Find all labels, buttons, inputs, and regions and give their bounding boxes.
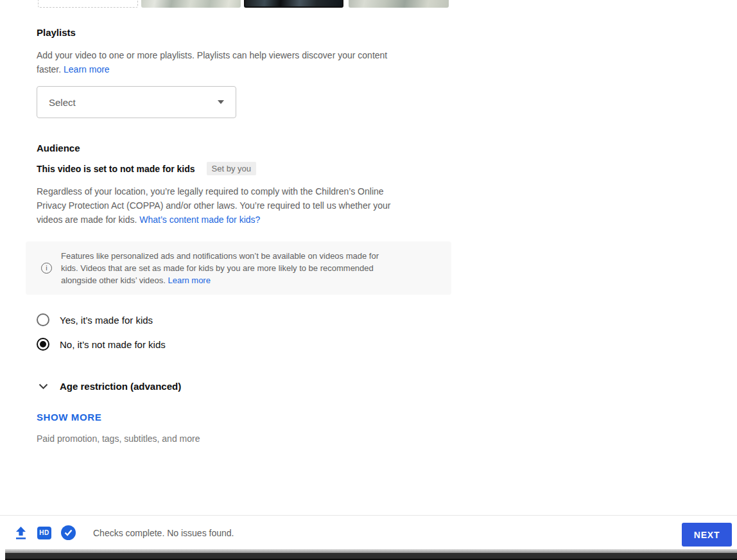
hd-quality-icon: HD bbox=[37, 527, 51, 539]
radio-selected-icon[interactable] bbox=[37, 338, 49, 351]
auto-thumbnail-3[interactable] bbox=[349, 0, 449, 8]
playlists-select-dropdown[interactable]: Select bbox=[37, 86, 236, 118]
audience-description-text: Regardless of your location, you’re lega… bbox=[37, 186, 390, 211]
audience-status-text: This video is set to not made for kids bbox=[37, 164, 195, 174]
audience-description: Regardless of your location, you’re lega… bbox=[37, 184, 465, 227]
info-icon: i bbox=[41, 263, 52, 274]
caret-down-icon bbox=[218, 100, 224, 104]
content-made-for-kids-link[interactable]: What’s content made for kids? bbox=[139, 214, 260, 225]
radio-label-yes: Yes, it’s made for kids bbox=[60, 315, 153, 326]
kids-info-learn-more-link[interactable]: Learn more bbox=[168, 276, 210, 285]
age-restriction-expander[interactable]: Age restriction (advanced) bbox=[39, 381, 181, 392]
kids-info-text: Features like personalized ads and notif… bbox=[61, 250, 379, 286]
radio-unselected-icon[interactable] bbox=[37, 313, 49, 326]
age-restriction-label: Age restriction (advanced) bbox=[60, 381, 181, 392]
set-by-you-badge: Set by you bbox=[207, 162, 256, 175]
chevron-down-icon bbox=[39, 383, 48, 390]
audience-description-tail: videos are made for kids. bbox=[37, 214, 139, 225]
playlists-heading: Playlists bbox=[37, 27, 76, 38]
audience-status-row: This video is set to not made for kids S… bbox=[37, 162, 256, 175]
radio-option-not-made-for-kids[interactable]: No, it’s not made for kids bbox=[37, 338, 166, 351]
upload-details-dialog: Playlists Add your video to one or more … bbox=[0, 0, 737, 560]
upload-thumbnail-placeholder[interactable] bbox=[38, 0, 138, 8]
auto-thumbnail-1[interactable] bbox=[141, 0, 241, 8]
show-more-button[interactable]: SHOW MORE bbox=[37, 412, 101, 423]
playlists-description-tail: faster. bbox=[37, 64, 64, 74]
upload-footer-bar: HD Checks complete. No issues found. NEX… bbox=[0, 515, 737, 550]
checks-status-text: Checks complete. No issues found. bbox=[93, 528, 234, 538]
checks-complete-icon bbox=[61, 525, 76, 540]
kids-info-box: i Features like personalized ads and not… bbox=[26, 241, 451, 295]
next-button[interactable]: NEXT bbox=[682, 523, 732, 547]
playlists-select-value: Select bbox=[49, 97, 76, 108]
page-backdrop bbox=[5, 553, 737, 560]
upload-progress-icon bbox=[14, 526, 28, 540]
show-more-hint: Paid promotion, tags, subtitles, and mor… bbox=[37, 433, 200, 444]
radio-option-made-for-kids[interactable]: Yes, it’s made for kids bbox=[37, 313, 153, 326]
processing-status-icons: HD bbox=[14, 525, 76, 540]
playlists-description: Add your video to one or more playlists.… bbox=[37, 48, 460, 76]
audience-heading: Audience bbox=[37, 143, 80, 153]
radio-label-no: No, it’s not made for kids bbox=[60, 339, 166, 350]
kids-info-tail: alongside other kids’ videos. bbox=[61, 276, 168, 285]
playlists-learn-more-link[interactable]: Learn more bbox=[64, 64, 110, 74]
auto-thumbnail-2-selected[interactable] bbox=[244, 0, 343, 8]
playlists-description-text: Add your video to one or more playlists.… bbox=[37, 50, 387, 60]
kids-info-text-lines: Features like personalized ads and notif… bbox=[61, 251, 379, 273]
